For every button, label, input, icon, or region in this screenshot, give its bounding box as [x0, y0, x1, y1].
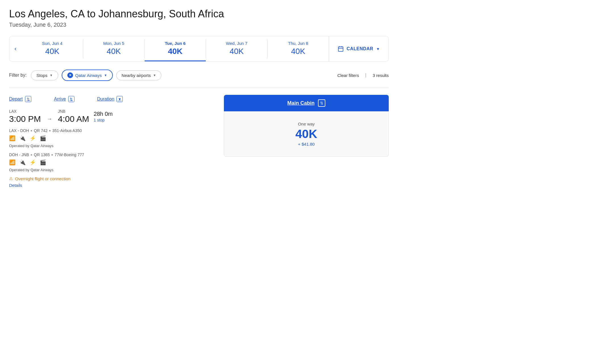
seg-dot-4: [51, 154, 53, 156]
section-divider: [9, 88, 389, 88]
usb-icon-2: ⚡: [30, 159, 36, 166]
arrive-sort-icon: ⇅: [68, 96, 74, 102]
wifi-icon: 📶: [9, 135, 15, 141]
duration-block: 28h 0m 1 stop: [94, 111, 113, 122]
date-label-2: Tue, Jun 6: [165, 41, 186, 46]
depart-sort-label: Depart: [9, 97, 23, 102]
page-title: Los Angeles, CA to Johannesburg, South A…: [9, 8, 389, 20]
price-card[interactable]: One way 40K + $41.80: [224, 111, 389, 157]
wifi-icon-2: 📶: [9, 159, 15, 166]
segment-1-info: LAX - DOH QR 742 351-Airbus A350 📶 🔌 ⚡ 🎬…: [9, 128, 217, 148]
clear-filters-button[interactable]: Clear filters: [337, 73, 359, 78]
duration-sort-label: Duration: [97, 97, 114, 102]
usb-icon: ⚡: [30, 135, 36, 141]
date-label-4: Thu, Jun 8: [288, 41, 308, 46]
page-subtitle: Tuesday, June 6, 2023: [9, 22, 389, 28]
price-way-label: One way: [298, 122, 315, 126]
segment-1-aircraft: 351-Airbus A350: [52, 128, 82, 133]
date-price-0: 40K: [45, 47, 59, 56]
seg-dot-3: [31, 154, 32, 156]
filter-by-label: Filter by:: [9, 73, 26, 78]
arrive-sort-label: Arrive: [54, 97, 66, 102]
cabin-sort-icon[interactable]: ⇅: [318, 99, 325, 107]
date-selector: ‹ Sun, Jun 4 40K Mon, Jun 5 40K Tue, Jun…: [9, 36, 389, 62]
main-cabin-header: Main Cabin ⇅: [224, 95, 389, 111]
arrive-time-value: 4:00 AM: [58, 114, 89, 124]
arrive-sort-button[interactable]: Arrive ⇅: [54, 95, 74, 103]
results-layout: Depart ⇅ Arrive ⇅ Duration ▼ LAX 3:00 PM…: [9, 95, 389, 188]
stops-value: 1 stop: [94, 118, 113, 122]
duration-sort-button[interactable]: Duration ▼: [97, 95, 123, 103]
main-cabin-label[interactable]: Main Cabin: [287, 100, 315, 106]
depart-time-block: LAX 3:00 PM: [9, 109, 41, 124]
power-icon-2: 🔌: [19, 159, 26, 166]
airline-filter-label: Qatar Airways: [75, 73, 102, 78]
stops-chevron-icon: ▼: [50, 74, 53, 77]
date-price-2: 40K: [168, 47, 182, 56]
results-count: 3 results: [373, 73, 389, 78]
airline-filter-button[interactable]: ✕ Qatar Airways ▼: [62, 70, 113, 81]
depart-airport-code: LAX: [9, 109, 41, 114]
segment-1-route: LAX - DOH: [9, 128, 29, 133]
airports-chevron-icon: ▼: [153, 74, 156, 77]
date-item-0[interactable]: Sun, Jun 4 40K: [22, 36, 83, 61]
arrive-time-block: JNB 4:00 AM: [58, 109, 89, 124]
price-column: Main Cabin ⇅ One way 40K + $41.80: [224, 95, 389, 188]
flight-info-column: Depart ⇅ Arrive ⇅ Duration ▼ LAX 3:00 PM…: [9, 95, 217, 188]
depart-sort-button[interactable]: Depart ⇅: [9, 95, 31, 103]
segment-2-info: DOH - JNB QR 1365 77W-Boeing 777 📶 🔌 ⚡ 🎬…: [9, 152, 217, 172]
segment-1-amenities: 📶 🔌 ⚡ 🎬: [9, 135, 217, 141]
airports-filter-button[interactable]: Nearby airports ▼: [116, 70, 161, 80]
arrive-airport-code: JNB: [58, 109, 89, 114]
price-cash: + $41.80: [298, 142, 315, 147]
warning-icon: ⚠: [9, 176, 13, 181]
date-item-1[interactable]: Mon, Jun 5 40K: [83, 36, 144, 61]
airports-filter-label: Nearby airports: [122, 73, 151, 78]
warning-text: Overnight flight or connection: [15, 176, 70, 181]
calendar-chevron-icon: ▼: [376, 47, 380, 51]
date-item-4[interactable]: Thu, Jun 8 40K: [268, 36, 329, 61]
flight-times: LAX 3:00 PM → JNB 4:00 AM 28h 0m 1 stop: [9, 109, 217, 124]
segment-1-operator: Operated by Qatar Airways: [9, 144, 217, 148]
svg-rect-0: [338, 47, 343, 52]
segment-1-flight: QR 742: [34, 128, 47, 133]
airline-chevron-icon: ▼: [104, 74, 107, 77]
flight-card: LAX 3:00 PM → JNB 4:00 AM 28h 0m 1 stop …: [9, 109, 217, 188]
duration-value: 28h 0m: [94, 111, 113, 117]
stops-filter-label: Stops: [36, 73, 47, 78]
seg-dot-2: [49, 130, 51, 131]
date-price-4: 40K: [291, 47, 305, 56]
date-price-3: 40K: [230, 47, 244, 56]
duration-sort-icon: ▼: [117, 96, 123, 102]
segment-2-route: DOH - JNB: [9, 152, 29, 157]
entertainment-icon: 🎬: [40, 135, 46, 141]
date-label-1: Mon, Jun 5: [103, 41, 124, 46]
price-miles: 40K: [295, 127, 317, 141]
calendar-button[interactable]: CALENDAR ▼: [329, 36, 388, 61]
entertainment-icon-2: 🎬: [40, 159, 46, 166]
depart-sort-icon: ⇅: [25, 96, 31, 102]
date-label-0: Sun, Jun 4: [42, 41, 63, 46]
date-price-1: 40K: [107, 47, 121, 56]
details-link[interactable]: Details: [9, 183, 22, 188]
date-label-3: Wed, Jun 7: [226, 41, 248, 46]
segment-2-aircraft: 77W-Boeing 777: [55, 152, 84, 157]
power-icon: 🔌: [19, 135, 26, 141]
calendar-icon: [338, 46, 344, 52]
flight-arrow-icon: →: [41, 111, 58, 122]
date-prev-button[interactable]: ‹: [9, 36, 22, 61]
dates-row: Sun, Jun 4 40K Mon, Jun 5 40K Tue, Jun 6…: [22, 36, 329, 61]
overnight-warning: ⚠ Overnight flight or connection: [9, 176, 217, 181]
date-item-3[interactable]: Wed, Jun 7 40K: [206, 36, 267, 61]
depart-time-value: 3:00 PM: [9, 114, 41, 124]
date-item-2[interactable]: Tue, Jun 6 40K: [145, 36, 206, 61]
segment-2-amenities: 📶 🔌 ⚡ 🎬: [9, 159, 217, 166]
segment-2-operator: Operated by Qatar Airways: [9, 168, 217, 172]
filter-bar: Filter by: Stops ▼ ✕ Qatar Airways ▼ Nea…: [9, 70, 389, 81]
segment-1-line: LAX - DOH QR 742 351-Airbus A350: [9, 128, 217, 133]
seg-dot-1: [31, 130, 32, 131]
calendar-label: CALENDAR: [347, 46, 373, 51]
remove-airline-filter-icon[interactable]: ✕: [67, 72, 73, 78]
stops-filter-button[interactable]: Stops ▼: [31, 70, 58, 80]
segment-2-line: DOH - JNB QR 1365 77W-Boeing 777: [9, 152, 217, 157]
